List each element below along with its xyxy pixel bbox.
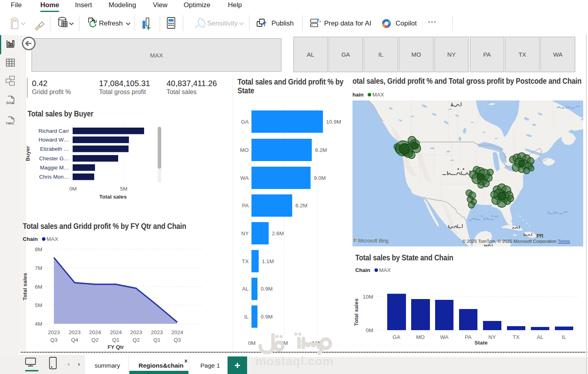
svg-text:10M: 10M xyxy=(363,294,373,300)
svg-text:5M: 5M xyxy=(35,302,42,308)
svg-text:6M: 6M xyxy=(35,284,42,290)
svg-text:5M: 5M xyxy=(120,186,128,192)
svg-text:1.1M: 1.1M xyxy=(262,258,274,264)
svg-text:Howard W…: Howard W… xyxy=(38,137,69,143)
svg-text:0M: 0M xyxy=(69,186,77,192)
svg-text:Q3: Q3 xyxy=(174,337,181,343)
svg-text:GA: GA xyxy=(241,119,249,125)
svg-text:0.9M: 0.9M xyxy=(261,314,273,320)
svg-text:7M: 7M xyxy=(35,265,42,271)
svg-text:mostaql.com: mostaql.com xyxy=(255,354,334,368)
svg-text:WA: WA xyxy=(440,334,448,340)
svg-text:Q3: Q3 xyxy=(50,337,57,343)
svg-text:Q1: Q1 xyxy=(153,337,160,343)
svg-text:TX: TX xyxy=(513,334,519,340)
svg-text:Total sales: Total sales xyxy=(22,273,28,301)
svg-text:0M: 0M xyxy=(366,327,373,333)
svg-text:Q1: Q1 xyxy=(112,337,119,343)
svg-text:TX: TX xyxy=(242,258,249,264)
svg-text:Chester G…: Chester G… xyxy=(39,156,69,161)
svg-text:PA: PA xyxy=(242,203,249,209)
svg-text:0.9M: 0.9M xyxy=(261,286,273,292)
svg-text:2023: 2023 xyxy=(48,329,60,335)
svg-text:9.0M: 9.0M xyxy=(314,175,326,181)
svg-text:9.2M: 9.2M xyxy=(315,147,327,153)
svg-text:MO: MO xyxy=(240,147,249,153)
svg-text:AL: AL xyxy=(537,334,544,340)
svg-text:Maggie M…: Maggie M… xyxy=(40,165,69,171)
svg-text:FY Qtr: FY Qtr xyxy=(107,344,124,350)
svg-text:State: State xyxy=(474,340,488,346)
svg-text:2024: 2024 xyxy=(89,329,101,335)
svg-text:4M: 4M xyxy=(35,321,42,327)
svg-text:2024: 2024 xyxy=(110,329,122,335)
svg-text:10.9M: 10.9M xyxy=(326,119,341,125)
svg-text:8M: 8M xyxy=(35,246,42,252)
svg-text:WA: WA xyxy=(240,175,249,181)
svg-text:2.6M: 2.6M xyxy=(272,230,284,236)
svg-text:Chris Mon…: Chris Mon… xyxy=(39,174,69,180)
svg-text:Q2: Q2 xyxy=(133,337,140,343)
svg-text:AL: AL xyxy=(242,286,249,292)
svg-text:TMDL: TMDL xyxy=(6,122,14,125)
svg-text:2023: 2023 xyxy=(151,329,163,335)
svg-text:IL: IL xyxy=(562,334,566,340)
svg-text:2023: 2023 xyxy=(130,329,142,335)
svg-text:6.2M: 6.2M xyxy=(295,203,307,209)
svg-text:GA: GA xyxy=(392,334,400,340)
svg-text:Elizabeth …: Elizabeth … xyxy=(40,146,69,152)
svg-text:NY: NY xyxy=(241,230,249,236)
svg-text:NY: NY xyxy=(489,334,496,340)
svg-text:DAX: DAX xyxy=(6,101,14,105)
svg-text:Q2: Q2 xyxy=(91,337,99,343)
svg-text:IL: IL xyxy=(244,314,249,320)
svg-text:2023: 2023 xyxy=(69,329,81,335)
svg-text:2024: 2024 xyxy=(171,329,184,335)
svg-text:Q4: Q4 xyxy=(71,337,79,343)
svg-text:Buyer: Buyer xyxy=(25,146,31,161)
svg-text:Richard Carr: Richard Carr xyxy=(38,128,69,134)
svg-text:© 2025 TomTom, © 2025 Microsof: © 2025 TomTom, © 2025 Microsoft Corporat… xyxy=(462,239,570,244)
svg-text:PA: PA xyxy=(465,334,471,340)
svg-text:Microsoft Bing: Microsoft Bing xyxy=(358,238,388,244)
svg-text:Total sales: Total sales xyxy=(353,299,359,326)
svg-text:MO: MO xyxy=(416,334,425,340)
svg-text:PR: PR xyxy=(537,233,543,239)
svg-text:Total sales: Total sales xyxy=(99,194,127,200)
